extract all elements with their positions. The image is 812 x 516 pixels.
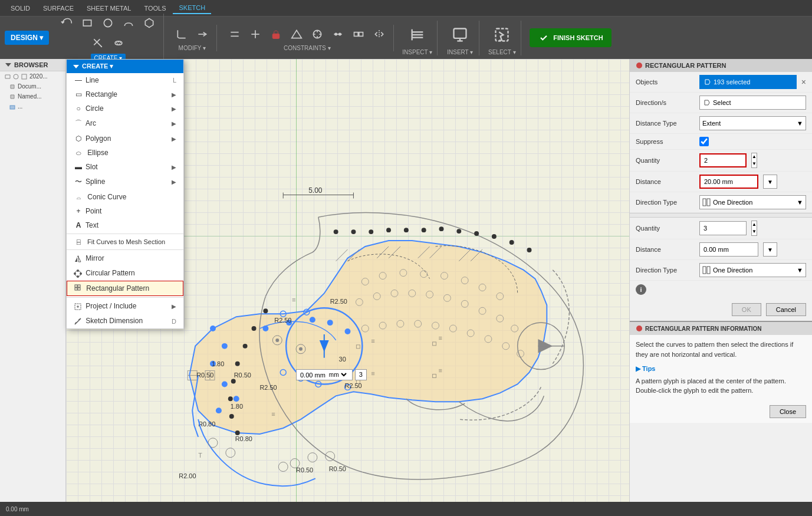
tab-tools[interactable]: TOOLS [138,3,172,14]
tool-circle-c[interactable] [308,25,327,44]
direction-type1-select[interactable]: One Direction ▼ [699,195,806,209]
svg-point-167 [77,275,79,278]
tab-solid[interactable]: SOLID [5,3,36,14]
svg-line-175 [75,318,81,324]
tool-triangle[interactable] [287,25,306,44]
menu-item-conic-curve[interactable]: ⌓ Conic Curve [67,190,183,204]
tool-arc[interactable] [119,14,138,32]
menu-item-ellipse[interactable]: ⬭ Ellipse [67,146,183,160]
svg-text:≡: ≡ [371,337,374,344]
qty1-down[interactable]: ▼ [752,160,757,167]
tool-sym[interactable] [370,25,389,44]
quantity2-input[interactable] [699,221,747,235]
svg-text:R2.00: R2.00 [179,472,196,479]
insert-label[interactable]: INSERT ▾ [447,49,473,55]
menu-item-fit-curves[interactable]: ⌸ Fit Curves to Mesh Section [67,235,183,248]
menu-item-line[interactable]: —Line L [67,73,183,87]
modify-label[interactable]: MODIFY ▾ [179,45,206,51]
count-input[interactable]: 3 [355,369,367,380]
menu-item-circle[interactable]: ○Circle ▶ [67,101,183,116]
distance1-select[interactable]: ▼ [763,175,777,189]
select-label[interactable]: SELECT ▾ [488,49,516,55]
quantity1-input[interactable] [699,153,747,167]
svg-text:30: 30 [339,356,346,363]
ok-button[interactable]: OK [732,303,761,316]
svg-marker-180 [705,100,709,105]
inspect-label[interactable]: INSPECT ▾ [402,49,432,55]
menu-item-point[interactable]: +Point [67,204,183,218]
distance-type-select[interactable]: Extent ▼ [699,116,806,130]
tool-extend[interactable] [193,25,212,44]
unit-select[interactable]: mm [327,371,349,379]
browser-item-3[interactable]: Named... [0,91,65,101]
suppress-checkbox[interactable] [699,137,709,146]
tool-lock[interactable] [267,25,285,44]
constraints-label[interactable]: CONSTRAINTS ▾ [284,45,330,51]
svg-marker-179 [705,80,710,84]
svg-rect-171 [78,288,80,290]
tips-text: A pattern glyph is placed at the center … [636,376,806,396]
browser-item-2[interactable]: Docum... [0,81,65,91]
tool-colinear[interactable] [328,25,347,44]
quantity1-spinner[interactable]: ▲ ▼ [751,153,757,168]
objects-select-btn[interactable]: 193 selected [699,75,797,89]
tool-rect-c[interactable] [349,25,368,44]
menu-item-spline[interactable]: 〜Spline ▶ [67,174,183,190]
menu-item-sketch-dimension[interactable]: Sketch Dimension D [67,314,183,328]
tool-trim[interactable] [88,34,107,52]
quantity2-spinner[interactable]: ▲ ▼ [751,221,757,236]
tab-sketch[interactable]: SKETCH [173,2,211,14]
menu-item-slot[interactable]: ▬Slot ▶ [67,160,183,174]
tool-offset[interactable] [109,34,128,52]
browser-item-1[interactable]: 2020... [0,71,65,81]
objects-clear-btn[interactable]: × [801,77,806,87]
tool-polygon[interactable] [140,14,159,32]
cancel-button[interactable]: Cancel [766,303,806,316]
svg-point-164 [77,269,79,272]
menu-item-rectangle[interactable]: ▭Rectangle ▶ [67,87,183,101]
svg-point-178 [636,63,642,68]
separator-2 [67,249,183,250]
menu-item-circular-pattern[interactable]: Circular Pattern [67,266,183,281]
menu-item-rectangular-pattern[interactable]: Rectangular Pattern [67,281,183,297]
svg-rect-169 [78,285,80,287]
tool-circle[interactable] [98,14,117,32]
svg-point-39 [351,229,356,234]
tool-undo-arc[interactable] [57,14,76,32]
menu-item-text[interactable]: AText [67,218,183,232]
tool-constraint2[interactable] [246,25,265,44]
svg-rect-170 [75,288,77,290]
qty2-down[interactable]: ▼ [752,228,757,235]
menu-item-arc[interactable]: ⌒Arc ▶ [67,116,183,132]
close-button[interactable]: Close [770,405,806,418]
tool-select[interactable] [488,21,516,49]
toolbar-insert-group: INSERT ▾ [441,21,479,55]
menu-item-polygon[interactable]: ⬡Polygon ▶ [67,132,183,146]
svg-point-54 [231,379,236,384]
tab-surface[interactable]: SURFACE [37,3,80,14]
tool-fillet[interactable] [172,25,191,44]
direction-type2-select[interactable]: One Direction ▼ [699,263,806,277]
tool-insert[interactable] [446,21,474,49]
info-panel-title: RECTANGULAR PATTERN INFORMATION [630,322,812,335]
tool-inspect[interactable] [403,21,432,49]
directions-select-btn[interactable]: Select [699,96,806,110]
distance2-input[interactable] [699,242,758,257]
svg-point-64 [262,326,268,331]
menu-item-project-include[interactable]: Project / Include ▶ [67,299,183,314]
finish-sketch-btn[interactable]: FINISH SKETCH [530,28,611,47]
menu-item-mirror[interactable]: Mirror [67,251,183,266]
distance1-input[interactable] [699,175,758,189]
qty1-up[interactable]: ▲ [752,153,757,160]
distance2-select[interactable]: ▼ [763,242,777,257]
browser-item-4[interactable]: ... [0,101,65,111]
svg-text:1.80: 1.80 [231,403,243,410]
svg-point-40 [369,229,373,234]
svg-point-166 [80,272,82,275]
design-dropdown[interactable]: DESIGN ▾ [5,31,49,45]
dropdown-header[interactable]: CREATE ▾ [67,60,183,73]
tab-sheet-metal[interactable]: SHEET METAL [81,3,137,14]
qty2-up[interactable]: ▲ [752,221,757,228]
tool-constraint1[interactable] [225,25,244,44]
tool-rectangle[interactable] [78,14,97,32]
